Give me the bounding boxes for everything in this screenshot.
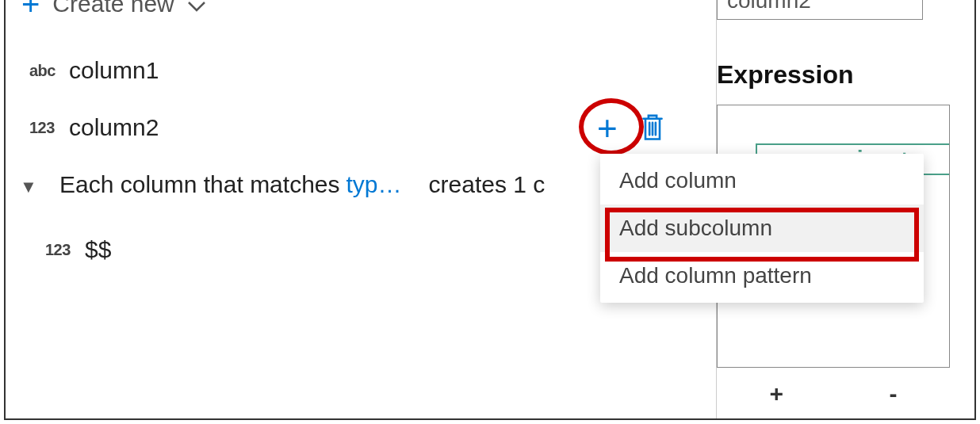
app-frame: + Create new abc column1 123 column2 + ▼ xyxy=(4,0,976,420)
add-menu: Add column Add subcolumn Add column patt… xyxy=(600,154,924,303)
number-type-icon: 123 xyxy=(45,241,85,259)
menu-add-column-pattern[interactable]: Add column pattern xyxy=(600,252,924,300)
minus-button[interactable]: - xyxy=(889,380,897,407)
subcolumn-name: $$ xyxy=(85,236,111,263)
create-new-button[interactable]: + Create new xyxy=(21,0,206,20)
create-new-label: Create new xyxy=(52,0,174,17)
string-type-icon: abc xyxy=(29,62,69,80)
column-name-value: column2 xyxy=(727,0,811,13)
column-name-input[interactable]: column2 xyxy=(717,0,923,20)
column-row-2[interactable]: 123 column2 xyxy=(29,114,159,141)
row-actions: + xyxy=(597,111,665,146)
pattern-type-link[interactable]: typ… xyxy=(346,171,402,198)
pattern-suffix: creates 1 c xyxy=(429,171,546,198)
pattern-prefix: Each column that matches xyxy=(59,171,340,198)
plus-button[interactable]: + xyxy=(770,380,784,407)
main-panel: + Create new abc column1 123 column2 + ▼ xyxy=(6,0,716,418)
expression-heading: Expression xyxy=(717,60,854,90)
menu-add-subcolumn[interactable]: Add subcolumn xyxy=(600,204,924,252)
number-type-icon: 123 xyxy=(29,119,69,137)
column-row-1[interactable]: abc column1 xyxy=(29,57,159,84)
menu-add-column[interactable]: Add column xyxy=(600,157,924,204)
column-pattern-row[interactable]: ▼ Each column that matches typ… creates … xyxy=(20,171,545,198)
add-icon[interactable]: + xyxy=(597,111,618,146)
plus-icon: + xyxy=(21,0,40,20)
chevron-down-icon xyxy=(187,0,206,17)
chevron-down-icon: ▼ xyxy=(20,177,59,197)
zoom-controls: + - xyxy=(717,380,950,407)
column-name: column1 xyxy=(69,57,159,84)
column-name: column2 xyxy=(69,114,159,141)
subcolumn-row[interactable]: 123 $$ xyxy=(45,236,111,263)
delete-icon[interactable] xyxy=(640,113,665,144)
